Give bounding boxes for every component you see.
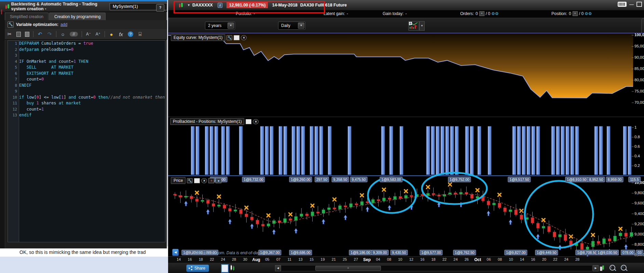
positions-axis-label: 0.8 [634,135,640,139]
code-lines[interactable]: DEFPARAM CumulateOrders = truedefparam p… [19,41,165,242]
function-icon[interactable]: fx [118,31,124,37]
search-icon[interactable]: ○ [60,31,66,37]
hint-bulb-icon[interactable]: ● [109,31,114,37]
zoom-out-icon[interactable]: - [621,265,627,271]
candlestick-mode-icon[interactable] [230,264,236,271]
wrench-icon[interactable]: 🔧 [187,178,193,183]
gear-icon[interactable]: ⚙⚙ [491,11,499,16]
snapshot-icon[interactable]: ● [216,178,221,183]
chart-scrollbar[interactable]: ≡ [281,265,592,271]
trade-label: 1@9,367.00 [258,250,281,255]
code-line: IF OnMarket and count=1 THEN [19,59,165,65]
date-tick: 10 [509,257,513,261]
code-line [19,88,165,95]
trade-label: 1@9,449.50 [535,250,558,255]
trade-label: 1@9,732.00 [242,177,265,182]
help-icon[interactable]: ? [128,31,133,37]
date-tick: 14 [520,257,524,261]
date-tick: 15 [310,257,314,261]
code-line: ENDIF [19,83,165,89]
left-dock-strip [0,12,5,248]
trade-label: 1@9,517.50 [508,177,531,182]
price-panel [168,175,644,257]
screenshot-root: OK, so this is mimicking the same idea b… [0,0,644,273]
gear-icon[interactable]: ⚙⚙ [585,11,592,16]
close-icon[interactable]: × [241,35,247,40]
date-tick: 16 [531,257,535,261]
info-icon[interactable]: i [218,3,223,8]
price-panel-header: Price 🔧 × + ● [171,177,221,184]
code-line: count=1 [19,106,165,113]
dropdown-caret-icon[interactable]: ▼ [228,23,234,29]
trade-label: 297.50 [315,177,329,182]
wrench-icon[interactable]: 🔧 [8,21,14,28]
forum-arrow-button[interactable]: ◀ [172,249,179,256]
chart-mode-icon[interactable] [221,264,229,273]
comment-icon[interactable]: // [70,32,78,37]
window-title-bar[interactable]: Backtesting & Automatic Trading - Tradin… [0,1,167,12]
share-button[interactable]: Share [186,264,209,272]
date-tick: 13 [298,257,302,261]
trade-label: 03 [636,250,643,255]
add-order-icon[interactable]: + [208,178,214,183]
add-chart-icon[interactable] [408,21,419,31]
scroll-right-icon[interactable]: ▶ [593,265,599,271]
cut-icon[interactable]: ✂ [7,31,12,37]
share-icon [189,266,193,270]
window-icon[interactable] [246,119,251,124]
maximize-icon[interactable] [636,2,642,7]
zoom-fit-icon[interactable]: ↕ [609,265,615,271]
add-optimization-link[interactable]: add [60,22,67,27]
code-editor[interactable]: 12345678910111213 DEFPARAM CumulateOrder… [8,40,165,242]
line-number: 6 [8,71,19,77]
price-axis-label: 9,600 [634,201,644,205]
scrollbar-handle[interactable]: ≡ [315,266,381,271]
chart-bottom-bar: Share ◀ ≡ ▶ ↕ - [168,262,644,273]
font-decrease-icon[interactable]: A⁻ [86,32,91,37]
line-number: 7 [8,76,19,83]
zoom-candle-icon[interactable] [599,264,605,271]
window-icon[interactable] [194,178,200,183]
account-item-portfolio: Portfolio: - [236,11,255,16]
close-icon[interactable]: × [253,119,259,124]
cancel-icon[interactable]: × [479,11,484,16]
price-panel-title[interactable]: Price [171,177,186,184]
trade-label: 1@9,686.00 [289,250,312,255]
instrument-dropdown-caret[interactable]: ▼ [187,3,190,7]
copy-icon[interactable] [16,32,21,37]
tab-simplified-creation[interactable]: Simplified creation [5,13,49,20]
add-chart-caret-icon[interactable]: ▼ [419,21,425,31]
quote-date: 14-May-2018 [272,3,297,8]
dropdown-caret-icon[interactable]: ▼ [298,23,304,29]
candlestick-icon [5,4,9,9]
minimize-icon[interactable]: — [629,2,634,7]
undo-icon[interactable]: ↶ [37,31,43,37]
account-item-orders: Orders: 0×/ 0⚙⚙ [460,11,499,16]
window-icon[interactable] [234,35,239,40]
trade-label: 1@9,827.00 [504,250,527,255]
line-number: 11 [8,100,19,106]
date-tick: Aug [252,257,260,262]
help-doc-icon[interactable]: ? [156,4,164,12]
tab-creation-by-programming[interactable]: Creation by programming [49,13,106,20]
cancel-icon[interactable]: × [573,11,578,16]
positions-panel-title[interactable]: ProBacktest - Positions: MySystem(1) [170,118,244,125]
timeframe-dropdown[interactable]: Daily▼ [278,21,305,30]
wrench-icon[interactable]: 🔧 [227,35,232,40]
code-line: DEFPARAM CumulateOrders = true [19,41,165,47]
trade-label: 8,952.50 [588,177,605,182]
equity-panel-title[interactable]: Equity curve: MySystem(1) [171,34,225,41]
keyboard-icon[interactable] [618,2,627,7]
redo-icon[interactable]: ↷ [47,31,52,37]
backtesting-window: Backtesting & Automatic Trading - Tradin… [0,0,167,248]
print-icon[interactable]: ⌸ [137,31,143,37]
positions-axis-label: 1 [634,125,636,129]
scroll-left-icon[interactable]: ◀ [275,265,281,271]
close-icon[interactable]: × [201,178,207,183]
date-tick: 21 [332,257,336,261]
instrument-symbol[interactable]: DAXXXXX [192,3,213,8]
font-increase-icon[interactable]: A⁺ [95,32,101,37]
range-dropdown[interactable]: 2 years▼ [205,21,235,30]
price-axis-label: 8,800 [634,242,644,246]
paste-icon[interactable] [25,32,29,37]
